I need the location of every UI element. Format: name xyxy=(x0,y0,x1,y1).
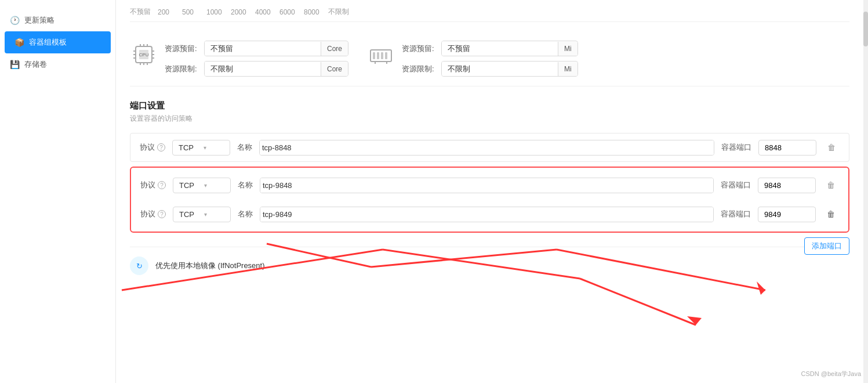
name-input-2[interactable] xyxy=(260,178,713,193)
sidebar-item-label: 存储卷 xyxy=(24,59,47,70)
cpu-reserve-row: 资源预留: Core xyxy=(165,41,348,56)
refresh-icon: ↻ xyxy=(130,256,148,275)
resource-section: CPU 资源预留: Core 资源限制: xyxy=(130,31,849,86)
cpu-fields: 资源预留: Core 资源限制: Core xyxy=(165,41,348,77)
sidebar-item-storage-volume[interactable]: 💾 存储卷 xyxy=(0,53,115,75)
protocol-select-1[interactable]: TCP ▾ xyxy=(172,140,230,156)
port-row-1-inner: 协议 ? TCP ▾ 名称 容器端口 🗑 xyxy=(140,139,840,156)
cpu-icon: CPU xyxy=(130,41,158,68)
svg-rect-17 xyxy=(377,52,379,59)
name-label-3: 名称 xyxy=(238,209,253,219)
chevron-down-icon-1: ▾ xyxy=(204,144,224,151)
port-section-title: 端口设置 xyxy=(130,100,849,111)
name-input-wrap-1 xyxy=(259,140,714,156)
cpu-resource-block: CPU 资源预留: Core 资源限制: xyxy=(130,41,348,77)
protocol-label-2: 协议 ? xyxy=(140,180,166,190)
slider-label-5: 4000 xyxy=(255,8,273,16)
slider-label-4: 2000 xyxy=(231,8,248,16)
svg-rect-16 xyxy=(373,52,375,59)
name-input-wrap-2 xyxy=(260,178,714,193)
cpu-reserve-label: 资源预留: xyxy=(165,44,199,54)
name-input-1[interactable] xyxy=(260,140,714,155)
port-input-1[interactable] xyxy=(758,140,816,156)
content-area: 不预留 200 500 1000 2000 4000 6000 8000 不限制 xyxy=(116,0,863,298)
bottom-section: ↻ 优先使用本地镜像 (IfNotPresent) xyxy=(130,247,804,284)
scrollbar[interactable] xyxy=(863,0,868,383)
port-section: 端口设置 设置容器的访问策略 协议 ? TCP ▾ 名称 xyxy=(130,100,849,233)
memory-limit-input-wrap: Mi xyxy=(441,61,578,77)
port-input-3[interactable] xyxy=(758,207,816,222)
port-input-2[interactable] xyxy=(758,178,816,193)
port-row-2: 协议 ? TCP ▾ 名称 容器端口 🗑 xyxy=(136,172,844,198)
cpu-limit-unit: Core xyxy=(321,62,348,76)
slider-label-2: 500 xyxy=(182,8,199,16)
sidebar-item-label: 更新策略 xyxy=(24,15,55,26)
cpu-reserve-input-wrap: Core xyxy=(204,41,348,56)
cpu-limit-input-wrap: Core xyxy=(204,61,348,77)
name-input-3[interactable] xyxy=(260,207,713,222)
protocol-select-3[interactable]: TCP ▾ xyxy=(173,207,231,222)
chevron-down-icon-3: ▾ xyxy=(204,211,224,218)
slider-row: 不预留 200 500 1000 2000 4000 6000 8000 不限制 xyxy=(130,0,849,22)
memory-icon xyxy=(367,41,395,68)
memory-reserve-unit: Mi xyxy=(558,42,578,56)
port-section-desc: 设置容器的访问策略 xyxy=(130,114,849,124)
cpu-limit-label: 资源限制: xyxy=(165,64,199,74)
cpu-limit-row: 资源限制: Core xyxy=(165,61,348,77)
storage-volume-icon: 💾 xyxy=(9,59,20,70)
delete-button-1[interactable]: 🗑 xyxy=(823,139,840,156)
cpu-reserve-unit: Core xyxy=(321,42,348,56)
memory-limit-input[interactable] xyxy=(442,62,558,76)
port-label-3: 容器端口 xyxy=(721,209,751,219)
memory-limit-row: 资源限制: Mi xyxy=(402,61,578,77)
slider-label-1: 200 xyxy=(158,8,175,16)
watermark: CSDN @beita学Java xyxy=(801,370,861,378)
cpu-limit-input[interactable] xyxy=(205,62,321,76)
protocol-select-2[interactable]: TCP ▾ xyxy=(173,178,231,193)
memory-limit-label: 资源限制: xyxy=(402,64,437,74)
protocol-label-3: 协议 ? xyxy=(140,209,166,219)
slider-label-8: 不限制 xyxy=(328,7,349,17)
memory-fields: 资源预留: Mi 资源限制: Mi xyxy=(402,41,578,77)
slider-label-0: 不预留 xyxy=(130,7,151,17)
memory-resource-block: 资源预留: Mi 资源限制: Mi xyxy=(367,41,578,77)
sidebar-item-container-group[interactable]: 📦 容器组模板 xyxy=(5,31,111,53)
memory-reserve-row: 资源预留: Mi xyxy=(402,41,578,56)
memory-reserve-label: 资源预留: xyxy=(402,44,437,54)
sidebar: 🕐 更新策略 📦 容器组模板 💾 存储卷 xyxy=(0,0,116,383)
cpu-reserve-input[interactable] xyxy=(205,41,321,56)
svg-text:CPU: CPU xyxy=(139,52,149,57)
main-content: 不预留 200 500 1000 2000 4000 6000 8000 不限制 xyxy=(116,0,863,383)
chevron-down-icon-2: ▾ xyxy=(204,182,224,189)
port-row-1: 协议 ? TCP ▾ 名称 容器端口 🗑 xyxy=(130,133,849,162)
svg-rect-18 xyxy=(381,52,383,59)
sidebar-item-update-strategy[interactable]: 🕐 更新策略 xyxy=(0,9,115,31)
svg-rect-19 xyxy=(385,52,387,59)
add-port-button[interactable]: 添加端口 xyxy=(804,237,849,255)
port-row-3: 协议 ? TCP ▾ 名称 容器端口 🗑 xyxy=(136,201,844,227)
delete-button-3[interactable]: 🗑 xyxy=(823,206,839,222)
memory-limit-unit: Mi xyxy=(558,62,578,76)
delete-button-2[interactable]: 🗑 xyxy=(823,177,839,193)
sidebar-item-label: 容器组模板 xyxy=(29,37,67,48)
protocol-help-icon-1[interactable]: ? xyxy=(157,143,165,151)
container-group-icon: 📦 xyxy=(14,37,24,48)
memory-reserve-input[interactable] xyxy=(442,41,558,56)
port-label-1: 容器端口 xyxy=(721,142,751,153)
protocol-help-icon-2[interactable]: ? xyxy=(158,181,166,189)
memory-reserve-input-wrap: Mi xyxy=(441,41,578,56)
slider-label-6: 6000 xyxy=(279,8,297,16)
port-label-2: 容器端口 xyxy=(721,180,751,190)
protocol-help-icon-3[interactable]: ? xyxy=(158,210,166,218)
name-input-wrap-3 xyxy=(260,207,714,222)
highlighted-port-group: 协议 ? TCP ▾ 名称 容器端口 🗑 xyxy=(130,167,849,233)
slider-label-7: 8000 xyxy=(304,8,321,16)
bottom-text: 优先使用本地镜像 (IfNotPresent) xyxy=(155,261,265,271)
name-label-2: 名称 xyxy=(238,180,253,190)
name-label-1: 名称 xyxy=(237,142,252,153)
protocol-label-1: 协议 ? xyxy=(140,142,165,153)
slider-label-3: 1000 xyxy=(206,8,224,16)
update-strategy-icon: 🕐 xyxy=(9,15,20,26)
scrollbar-thumb[interactable] xyxy=(863,12,868,46)
